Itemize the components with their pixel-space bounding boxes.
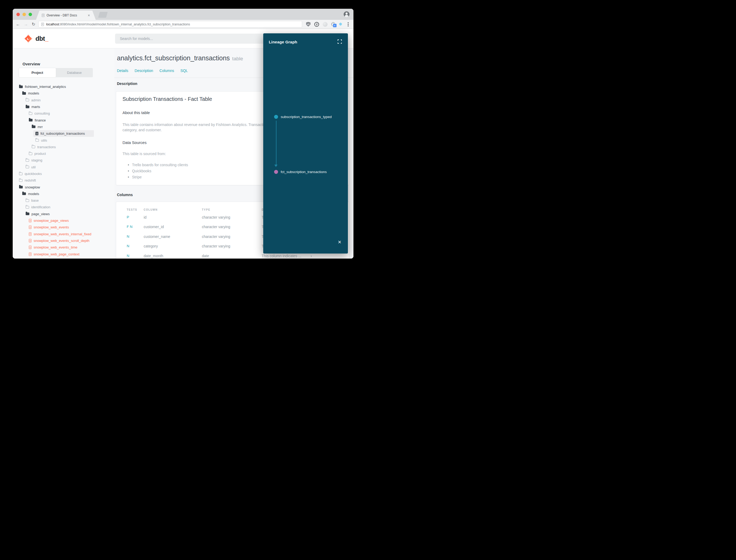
- column-cell: customer_name: [144, 234, 170, 239]
- tree-label: mrr: [38, 125, 43, 129]
- toggle-project-tab[interactable]: Project: [19, 68, 56, 77]
- page-title: analytics.fct_subscription_transactionst…: [117, 54, 243, 62]
- header-tests: TESTS: [127, 207, 137, 213]
- browser-window: Overview - DBT Docs localhost:8080/index…: [13, 9, 354, 259]
- profile-avatar[interactable]: [344, 11, 350, 17]
- arrow-head-icon: [274, 165, 278, 167]
- tab-description[interactable]: Description: [135, 69, 153, 73]
- tree-label: utils: [41, 138, 47, 142]
- tree-label: finance: [35, 118, 46, 122]
- header-type: TYPE: [202, 207, 210, 213]
- column-cell: id: [144, 215, 147, 220]
- tree-item-snowplow-web-events-time[interactable]: snowplow_web_events_time: [13, 244, 114, 251]
- folder-open-icon: [22, 192, 26, 195]
- model-name: analytics.fct_subscription_transactions: [117, 54, 230, 62]
- toggle-database-tab[interactable]: Database: [56, 68, 93, 77]
- sidebar-overview-heading[interactable]: Overview: [22, 62, 40, 66]
- file-icon: [35, 132, 38, 135]
- tree-label: snowplow: [25, 185, 40, 189]
- table-row[interactable]: N date_month date This column indicates …: [116, 253, 349, 259]
- tree-item-staging[interactable]: staging: [13, 157, 114, 164]
- tree-label: redshift: [25, 178, 36, 182]
- minimize-window-button[interactable]: [22, 13, 26, 16]
- browser-toolbar: localhost:8080/index.html#!/model/model.…: [13, 20, 354, 29]
- folder-icon: [26, 99, 29, 101]
- tab-details[interactable]: Details: [117, 69, 128, 73]
- source-item: Stripe: [128, 175, 142, 179]
- type-cell: character varying: [202, 234, 230, 239]
- lineage-node-target[interactable]: fct_subscription_transactions: [274, 170, 327, 174]
- model-file-icon: [29, 239, 31, 242]
- tests-cell: P: [127, 215, 129, 220]
- description-section-heading: Description: [117, 82, 137, 86]
- onepassword-extension-icon[interactable]: [314, 22, 319, 27]
- chevron-right-icon[interactable]: [311, 253, 312, 259]
- tree-item-identification[interactable]: identification: [13, 204, 114, 210]
- fullscreen-icon[interactable]: [338, 39, 342, 44]
- model-file-icon: [29, 232, 31, 236]
- tests-cell: N: [127, 234, 129, 239]
- tree-item-util[interactable]: util: [13, 164, 114, 170]
- snowflake-extension-icon[interactable]: [339, 22, 342, 26]
- tree-item-finance[interactable]: finance: [13, 117, 114, 123]
- close-icon[interactable]: [338, 239, 341, 245]
- tab-sql[interactable]: SQL: [181, 69, 188, 73]
- description-cell: This column indicates ...: [262, 253, 301, 259]
- tree-item-mrr[interactable]: mrr: [13, 124, 114, 130]
- tree-item-snowplow-page-views[interactable]: snowplow_page_views: [13, 217, 114, 224]
- folder-open-icon: [19, 186, 23, 188]
- folder-open-icon: [26, 213, 29, 215]
- tab-columns[interactable]: Columns: [160, 69, 174, 73]
- tree-item-admin[interactable]: admin: [13, 97, 114, 103]
- tree-item-consulting[interactable]: consulting: [13, 110, 114, 117]
- tree-item-snowplow-web-events-internal-fixed[interactable]: snowplow_web_events_internal_fixed: [13, 231, 114, 237]
- back-button[interactable]: [16, 22, 20, 26]
- model-file-icon: [29, 246, 31, 249]
- tree-item-page-views[interactable]: page_views: [13, 211, 114, 217]
- tree-item-snowplow-web-page-context[interactable]: snowplow_web_page_context: [13, 251, 114, 257]
- model-file-icon: [29, 252, 31, 256]
- tree-item-marts[interactable]: marts: [13, 103, 114, 110]
- tree-item-base[interactable]: base: [13, 197, 114, 204]
- tree-label: page_views: [31, 212, 50, 216]
- gray-circle-extension-icon[interactable]: [323, 22, 328, 27]
- dbt-logo-icon: [24, 34, 33, 43]
- tree-label: fct_subscription_transactions: [40, 132, 85, 136]
- tree-item-snowplow-web-events-scroll-depth[interactable]: snowplow_web_events_scroll_depth: [13, 237, 114, 244]
- reload-button[interactable]: [32, 22, 35, 26]
- browser-tab[interactable]: Overview - DBT Docs: [36, 11, 96, 20]
- folder-icon: [19, 173, 22, 175]
- tree-item-snowplow[interactable]: snowplow: [13, 184, 114, 190]
- folder-icon: [26, 199, 29, 202]
- tree-label: util: [31, 165, 36, 169]
- screenshot-canvas: Overview - DBT Docs localhost:8080/index…: [0, 0, 368, 280]
- tree-item-snowplow-models[interactable]: models: [13, 191, 114, 197]
- address-bar[interactable]: localhost:8080/index.html#!/model/model.…: [38, 21, 302, 28]
- power-extension-icon[interactable]: [331, 22, 335, 26]
- tree-item-transactions[interactable]: transactions: [13, 144, 114, 150]
- type-cell: character varying: [202, 215, 230, 220]
- new-tab-button[interactable]: [98, 12, 108, 18]
- tests-cell: N: [127, 243, 129, 249]
- tree-label: admin: [31, 98, 40, 102]
- folder-open-icon: [19, 85, 23, 88]
- tree-item-redshift[interactable]: redshift: [13, 177, 114, 184]
- tree-item-fct-subscription-transactions[interactable]: fct_subscription_transactions: [33, 130, 94, 137]
- ublock-extension-icon[interactable]: [306, 22, 311, 27]
- tree-item-product[interactable]: product: [13, 150, 114, 157]
- tree-item-utils[interactable]: utils: [13, 137, 114, 143]
- extension-icons: [306, 22, 350, 27]
- lineage-node-source[interactable]: subscription_transactions_typed: [274, 115, 332, 119]
- zoom-window-button[interactable]: [29, 13, 32, 16]
- node-label: fct_subscription_transactions: [281, 170, 327, 174]
- tab-close-icon[interactable]: [88, 13, 90, 17]
- close-window-button[interactable]: [16, 13, 20, 16]
- tree-item-fishtown-internal-analytics[interactable]: fishtown_internal_analytics: [13, 83, 114, 90]
- about-heading: About this table: [123, 110, 150, 115]
- url-host: localhost: [46, 22, 59, 26]
- dbt-logo[interactable]: dbt_: [24, 34, 48, 43]
- tree-item-quickbooks[interactable]: quickbooks: [13, 170, 114, 177]
- tree-item-snowplow-web-events[interactable]: snowplow_web_events: [13, 224, 114, 231]
- browser-menu-icon[interactable]: [348, 24, 349, 25]
- tree-item-models[interactable]: models: [13, 90, 114, 97]
